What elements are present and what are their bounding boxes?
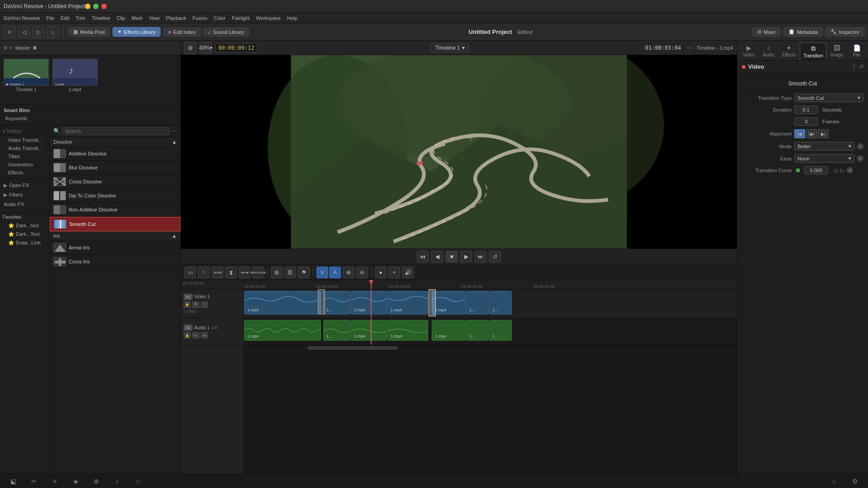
effects-search-input[interactable] — [62, 127, 170, 135]
close-button[interactable] — [101, 4, 107, 9]
transition-item-non-additive[interactable]: Non-Additive Dissolve — [50, 203, 180, 217]
transition-type-select[interactable]: Smooth Cut ▾ — [794, 94, 863, 102]
iris-collapse-icon[interactable]: ▲ — [172, 233, 177, 239]
snap-btn[interactable]: ⊞ — [271, 267, 283, 278]
video-clip-3[interactable]: 1.mp4 — [351, 291, 387, 314]
align-center-btn[interactable]: |◆| — [806, 129, 817, 138]
video-clip-6[interactable]: 1... — [466, 291, 489, 314]
menu-mark[interactable]: Mark — [132, 15, 142, 21]
video-clip-5[interactable]: 1.mp4 — [432, 291, 466, 314]
nav-effects[interactable]: Effects — [0, 169, 49, 177]
zoom-dropdown[interactable]: 49% ▾ — [200, 42, 212, 54]
menu-edit[interactable]: Edit — [61, 15, 69, 21]
maximize-button[interactable] — [93, 4, 99, 9]
frames-input[interactable]: 3 — [794, 117, 818, 126]
nav-audio-fx[interactable]: Audio FX — [0, 200, 49, 209]
metadata-button[interactable]: 📋 Metadata — [783, 27, 823, 37]
video-clip-2[interactable]: 1... — [323, 291, 350, 314]
mixer-button[interactable]: ⊟ Mixer — [752, 27, 781, 37]
timeline-selector[interactable]: Timeline 1 ▾ — [431, 43, 469, 52]
curve-input[interactable]: 0.000 — [804, 166, 828, 174]
menu-view[interactable]: View — [149, 15, 160, 21]
fav-dark-hird[interactable]: ⭐ Dark...hird — [0, 221, 49, 230]
inspector-expand-icon[interactable]: ⟩ — [853, 64, 855, 70]
align-end-btn[interactable]: ▶| — [818, 129, 829, 138]
iris-item-cross[interactable]: Cross Iris — [50, 255, 180, 269]
duration-input[interactable]: 0.1 — [794, 106, 818, 114]
nav-open-fx[interactable]: ▶Open FX — [0, 181, 49, 190]
dissolve-collapse-icon[interactable]: ▲ — [172, 139, 177, 145]
menu-fusion[interactable]: Fusion — [193, 15, 208, 21]
timecode-display[interactable]: 00:00:09:12 — [215, 43, 257, 52]
transition-item-dip-to-color[interactable]: Dip To Color Dissolve — [50, 189, 180, 203]
play-forward-button[interactable]: ▶ — [460, 251, 472, 263]
audio-clip-2[interactable]: 1... — [323, 320, 350, 341]
a1-m-btn[interactable]: M — [201, 332, 208, 338]
smart-bins-keywords[interactable]: Keywords — [4, 115, 177, 122]
minimize-button[interactable] — [85, 4, 90, 9]
tab-image[interactable]: 🖼 Image — [827, 42, 846, 60]
more-options-icon[interactable]: ⋯ — [171, 128, 177, 134]
slide-tool-btn[interactable]: ⟸⟹ — [252, 267, 264, 278]
record-btn[interactable]: ● — [375, 267, 387, 278]
v1-eye-btn[interactable]: 👁 — [192, 301, 199, 308]
v1-lock-btn[interactable]: 🔒 — [184, 301, 191, 308]
zoom-out-btn[interactable]: ⊖ — [356, 267, 368, 278]
align-start-btn[interactable]: |◀ — [794, 129, 805, 138]
menu-workspace[interactable]: Workspace — [256, 15, 281, 21]
menu-trim[interactable]: Trim — [75, 15, 85, 21]
menu-file[interactable]: File — [47, 15, 55, 21]
media-item-timeline1[interactable]: ▶ Timeline 1 Timeline 1 — [4, 59, 49, 101]
tab-transition[interactable]: ⧉ Transition — [800, 42, 826, 60]
transition-marker-active[interactable] — [429, 289, 436, 316]
link-btn[interactable]: ⛓ — [284, 267, 296, 278]
trim-tool-btn[interactable]: ⟺ — [212, 267, 223, 278]
effects-library-button[interactable]: ✦ Effects Library — [113, 27, 160, 37]
curve-prev-btn[interactable]: ◁ — [833, 167, 837, 174]
bottom-media-btn[interactable]: ⬕ — [7, 475, 19, 487]
inspector-button[interactable]: 🔧 Inspector — [826, 27, 864, 37]
menu-timeline[interactable]: Timeline — [92, 15, 110, 21]
transition-item-cross-dissolve[interactable]: Cross Dissolve — [50, 175, 180, 189]
nav-video-transitions[interactable]: Video Transiti... — [0, 136, 49, 144]
menu-davinci[interactable]: DaVinci Resolve — [4, 15, 40, 21]
edit-mode-btn[interactable]: ▭ — [184, 267, 196, 278]
ease-reset-btn[interactable]: ↺ — [857, 155, 863, 162]
tab-video[interactable]: ▶ Video — [739, 42, 758, 60]
transition-marker-1[interactable] — [318, 289, 325, 314]
iris-item-arrow[interactable]: Arrow Iris — [50, 241, 180, 255]
audio-clip-4[interactable]: 1.mp4 — [387, 320, 428, 341]
add-audio-btn[interactable]: + — [388, 267, 400, 278]
toolbox-expand-icon[interactable]: ▾ — [3, 129, 5, 134]
flag-btn[interactable]: ⚑ — [298, 267, 310, 278]
loop-button[interactable]: ↺ — [489, 251, 501, 263]
slip-tool-btn[interactable]: ⟷ — [239, 267, 250, 278]
curve-reset-btn[interactable]: ↺ — [847, 167, 853, 174]
dissolve-section-header[interactable]: Dissolve ▲ — [50, 137, 180, 147]
media-item-1mp4[interactable]: ♪ 1.mp4 1.mp4 — [52, 59, 98, 101]
menu-help[interactable]: Help — [287, 15, 297, 21]
video-btn[interactable]: V — [316, 267, 328, 278]
video-clip-7[interactable]: 1... — [489, 291, 512, 314]
more-options-btn[interactable]: ⋯ — [687, 45, 693, 51]
bottom-fusion-btn[interactable]: ◈ — [70, 475, 81, 487]
a1-lock-btn[interactable]: 🔒 — [184, 332, 191, 338]
a1-s-btn[interactable]: S — [192, 332, 199, 338]
bottom-edit-btn[interactable]: ≡ — [49, 475, 61, 487]
audio-clip-7[interactable]: 1... — [489, 320, 512, 341]
audio-clip-3[interactable]: 1.mp4 — [351, 320, 387, 341]
audio-clip-6[interactable]: 1... — [466, 320, 489, 341]
iris-section-header[interactable]: Iris ▲ — [50, 231, 180, 241]
razor-tool-btn[interactable]: ⧗ — [225, 267, 237, 278]
scroll-thumb[interactable] — [307, 346, 398, 350]
play-backward-button[interactable]: ◀ — [431, 251, 443, 263]
bottom-settings-btn[interactable]: ⚙ — [849, 475, 861, 487]
go-to-start-button[interactable]: ⏮ — [417, 251, 429, 263]
menu-playback[interactable]: Playback — [166, 15, 186, 21]
zoom-fit-btn[interactable]: ⊕ — [343, 267, 354, 278]
menu-color[interactable]: Color — [214, 15, 226, 21]
bottom-color-btn[interactable]: ⊕ — [90, 475, 102, 487]
stop-button[interactable]: ■ — [446, 251, 458, 263]
transition-item-smooth-cut[interactable]: Smooth Cut — [50, 217, 180, 231]
edit-index-button[interactable]: ≡ Edit Index — [163, 28, 200, 37]
